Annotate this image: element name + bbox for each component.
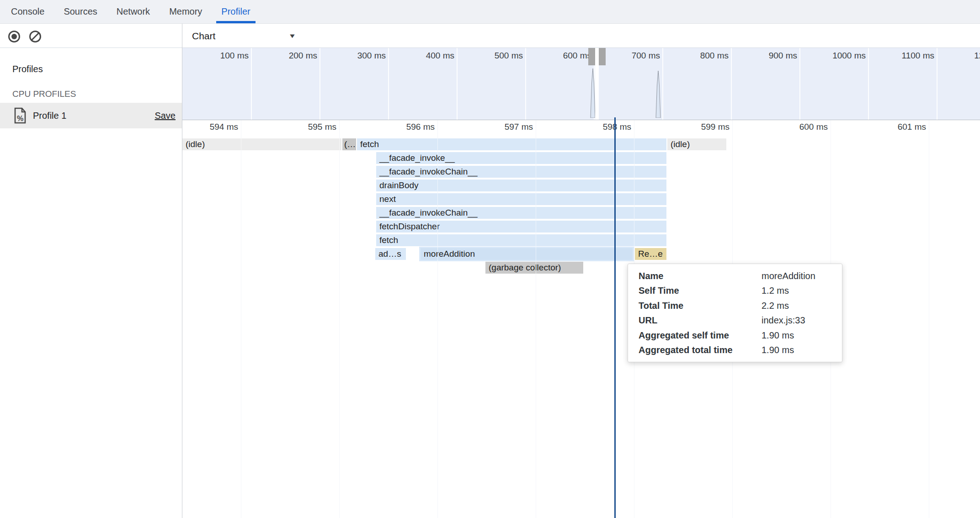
frame-bar[interactable]: drainBody (376, 180, 666, 191)
overview-gridline (388, 48, 389, 120)
overview-tick-label: 1000 ms (802, 51, 866, 62)
tab-bar: Console Sources Network Memory Profiler (0, 0, 980, 24)
flame-row: __facade_invokeChain__ (182, 166, 980, 178)
selection-range (595, 48, 599, 120)
frame-bar[interactable]: (idle) (667, 138, 726, 150)
tooltip-label: Name (639, 271, 762, 281)
save-link[interactable]: Save (154, 111, 176, 121)
overview-gridline (937, 48, 937, 120)
flame-row: drainBody (182, 180, 980, 191)
overview-tick-label: 1200 ms (943, 51, 980, 62)
time-tick-label: 597 ms (495, 122, 533, 133)
view-mode-dropdown[interactable]: Chart ▼ (192, 28, 295, 43)
frame-bar[interactable]: Re…e (635, 248, 666, 260)
time-tick-label: 596 ms (396, 122, 435, 133)
overview-tick-label: 700 ms (596, 51, 660, 62)
flame-row: next (182, 193, 980, 205)
flame-row: (idle)(…fetch(idle) (182, 138, 980, 150)
overview-tick-label: 500 ms (459, 51, 523, 62)
time-tick-label: 595 ms (298, 122, 336, 133)
cpu-profiles-section-heading: CPU PROFILES (12, 89, 76, 99)
timeline-overview[interactable]: 100 ms200 ms300 ms400 ms500 ms600 ms700 … (182, 48, 980, 120)
tooltip-value: index.js:33 (762, 315, 842, 326)
overview-gridline (251, 48, 252, 120)
tooltip-label: URL (639, 315, 762, 326)
cpu-activity-spike (655, 71, 661, 120)
frame-bar[interactable]: moreAddition (421, 248, 633, 260)
time-gridline-overlay (339, 120, 340, 518)
tab-memory[interactable]: Memory (164, 0, 207, 23)
tooltip-label: Total Time (639, 301, 762, 311)
tooltip-value: 1.2 ms (762, 285, 842, 296)
profile-name: Profile 1 (33, 111, 154, 121)
frame-bar[interactable]: next (376, 193, 666, 205)
profile-document-icon: % (14, 107, 27, 124)
flame-row: ad…smoreAdditionRe…e (182, 248, 980, 260)
time-gridline-overlay (241, 120, 241, 518)
overview-tick-label: 1100 ms (870, 51, 934, 62)
overview-gridline (525, 48, 526, 120)
chevron-down-icon: ▼ (288, 32, 296, 39)
view-mode-label: Chart (192, 31, 215, 42)
tooltip-label: Aggregated total time (639, 345, 762, 355)
frame-bar[interactable]: fetch (376, 234, 666, 246)
overview-tick-label: 600 ms (527, 51, 591, 62)
frame-bar[interactable]: __facade_invokeChain__ (376, 207, 666, 219)
playhead-marker (614, 117, 616, 518)
overview-tick-label: 800 ms (665, 51, 729, 62)
selection-right-handle[interactable] (599, 48, 606, 65)
tooltip-value: 2.2 ms (762, 301, 842, 311)
frame-bar[interactable]: __facade_invoke__ (376, 152, 666, 164)
overview-gridline (320, 48, 320, 120)
tab-sources[interactable]: Sources (59, 0, 102, 23)
overview-tick-label: 100 ms (185, 51, 249, 62)
overview-tick-label: 400 ms (390, 51, 454, 62)
frame-bar[interactable]: fetchDispatcher (376, 221, 666, 233)
tab-profiler[interactable]: Profiler (216, 0, 255, 23)
overview-tick-label: 300 ms (322, 51, 386, 62)
tooltip-label: Self Time (639, 285, 762, 296)
clear-icon (28, 30, 42, 43)
time-gridline-overlay (929, 120, 929, 518)
overview-tick-label: 900 ms (733, 51, 797, 62)
overview-gridline (868, 48, 869, 120)
profiles-heading: Profiles (12, 64, 43, 74)
flame-row: __facade_invoke__ (182, 152, 980, 164)
frame-bar[interactable]: (garbage collector) (485, 262, 583, 274)
frame-bar[interactable]: (idle) (182, 138, 341, 150)
time-tick-label: 594 ms (200, 122, 238, 133)
profiler-panel: Chart ▼ 100 ms200 ms300 ms400 ms500 ms60… (182, 24, 980, 518)
overview-tick-label: 200 ms (253, 51, 317, 62)
frame-bar[interactable]: fetch (357, 138, 666, 150)
time-gridline-overlay (437, 120, 438, 518)
time-gridline-overlay (536, 120, 536, 518)
profile-list-item[interactable]: % Profile 1 Save (0, 103, 182, 128)
overview-gridline (662, 48, 663, 120)
flame-row: fetchDispatcher (182, 221, 980, 233)
frame-tooltip: NamemoreAddition Self Time1.2 ms Total T… (628, 264, 842, 362)
record-icon (7, 30, 21, 43)
tab-console[interactable]: Console (6, 0, 49, 23)
time-tick-label: 598 ms (593, 122, 631, 133)
time-tick-label: 599 ms (691, 122, 730, 133)
flame-row: __facade_invokeChain__ (182, 207, 980, 219)
profiles-sidebar: Profiles CPU PROFILES % Profile 1 Save (0, 24, 182, 518)
profiler-toolbar (0, 24, 182, 48)
frame-bar[interactable]: (… (342, 138, 356, 150)
selection-left-handle[interactable] (588, 48, 595, 65)
time-tick-label: 601 ms (888, 122, 926, 133)
overview-gridline (799, 48, 800, 120)
svg-text:%: % (17, 115, 23, 122)
clear-button[interactable] (28, 30, 42, 43)
flame-row: fetch (182, 234, 980, 246)
tab-network[interactable]: Network (112, 0, 155, 23)
record-button[interactable] (7, 30, 21, 43)
overview-gridline (731, 48, 732, 120)
frame-bar[interactable]: ad…s (375, 248, 406, 260)
frame-bar[interactable]: __facade_invokeChain__ (376, 166, 666, 178)
overview-gridline (457, 48, 458, 120)
tooltip-value: 1.90 ms (762, 345, 842, 355)
tooltip-label: Aggregated self time (639, 330, 762, 341)
view-toolbar: Chart ▼ (182, 24, 980, 48)
time-tick-label: 600 ms (789, 122, 828, 133)
